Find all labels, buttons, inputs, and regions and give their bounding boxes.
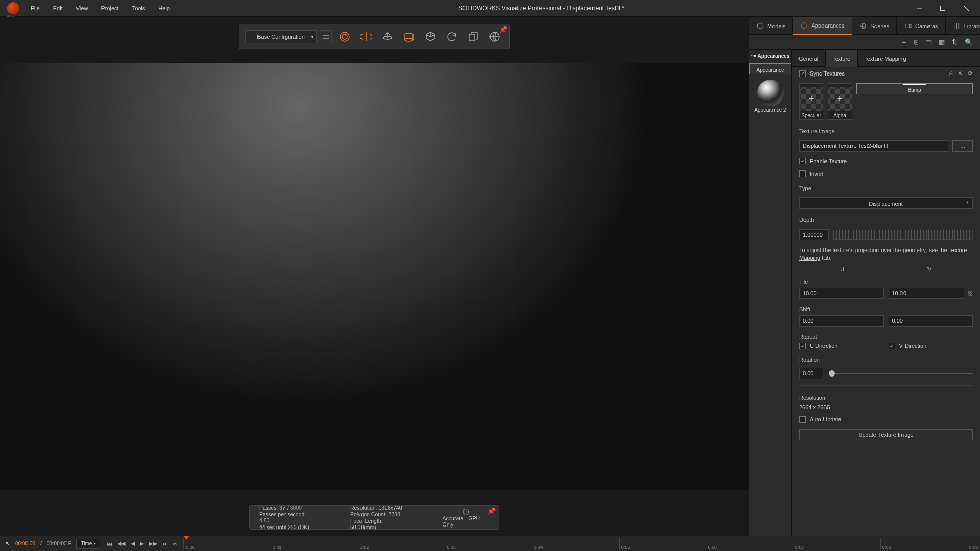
playback-controls: ⏮ ◀◀ ◀ ▶ ▶▶ ⏭ ∞	[106, 539, 178, 548]
svg-point-7	[802, 22, 807, 28]
first-frame-button[interactable]: ⏮	[106, 540, 113, 548]
reload-button[interactable]	[443, 28, 460, 45]
configuration-select[interactable]: Base Configuration	[245, 30, 317, 43]
delete-icon[interactable]: ✕	[958, 70, 963, 77]
svg-rect-0	[941, 6, 945, 11]
sync-textures-label: Sync Textures	[810, 70, 845, 77]
menu-project[interactable]: Project	[96, 3, 123, 13]
menu-edit[interactable]: Edit	[48, 3, 68, 13]
add-icon[interactable]: ＋	[900, 38, 907, 47]
prev-keyframe-button[interactable]: ◀◀	[116, 539, 126, 548]
checker-icon: +	[828, 87, 852, 111]
prev-frame-button[interactable]: ◀	[130, 539, 136, 548]
stereo-icon[interactable]: (|)	[463, 507, 469, 515]
loop-button[interactable]: ∞	[172, 540, 178, 548]
pin-icon[interactable]: 📌	[499, 26, 507, 33]
rotation-slider[interactable]	[829, 373, 973, 374]
tab-cameras[interactable]: Cameras	[897, 17, 946, 35]
thumbs-icon[interactable]: ▦	[939, 38, 945, 46]
appearance-list: ··▾ Appearances Appearance Appearance 2	[749, 50, 792, 536]
uv-headers: UV	[792, 265, 980, 273]
property-panel: General Texture Texture Mapping Sync Tex…	[792, 50, 980, 536]
tab-libraries[interactable]: Libraries	[946, 17, 980, 35]
minimize-button[interactable]	[908, 0, 931, 16]
rotation-field[interactable]	[799, 368, 823, 379]
time-mode-select[interactable]: Time	[76, 539, 101, 549]
refresh-icon[interactable]: ⟳	[968, 70, 973, 77]
menu-tools[interactable]: Tools	[127, 3, 150, 13]
last-frame-button[interactable]: ⏭	[161, 540, 169, 548]
stats-pps: Passes per second: 4.80	[259, 511, 315, 523]
subtab-mapping[interactable]: Texture Mapping	[858, 50, 913, 67]
sort-icon[interactable]: ⇅	[952, 38, 958, 46]
main-menu: File Edit View Project Tools Help	[25, 3, 175, 13]
texture-slot-alpha[interactable]: + Alpha	[828, 83, 852, 120]
compare-button[interactable]	[357, 28, 375, 45]
timeline-track[interactable]: 0:000:010:020:030:040:050:060:070:080:09	[183, 538, 975, 550]
shift-u-field[interactable]	[799, 315, 884, 327]
repeat-v-checkbox[interactable]	[889, 343, 895, 349]
render-canvas[interactable]	[0, 63, 749, 490]
update-texture-button[interactable]: Update Texture Image	[799, 429, 973, 440]
link-icon[interactable]: ⛓	[967, 290, 973, 296]
texture-slot-bump[interactable]: Bump	[856, 83, 973, 94]
invert-checkbox[interactable]	[799, 170, 806, 177]
texture-image-label: Texture Image	[792, 123, 980, 137]
sphere-icon	[757, 66, 784, 66]
pin-icon[interactable]: 📌	[487, 507, 496, 515]
export-icon[interactable]: ⎘	[949, 70, 952, 77]
object-button[interactable]	[422, 28, 439, 45]
cursor-icon[interactable]: ↖	[5, 540, 10, 547]
stats-eta: 44 sec until 250 (OK)	[259, 524, 315, 530]
texture-slot-specular[interactable]: + Specular	[799, 83, 823, 120]
menu-file[interactable]: File	[25, 3, 45, 13]
timeline-tick: 0:04	[532, 538, 543, 550]
decal-button[interactable]	[379, 28, 396, 45]
browse-button[interactable]: ...	[952, 140, 973, 152]
copy-button[interactable]	[465, 28, 482, 45]
enable-texture-checkbox[interactable]	[799, 158, 806, 164]
appearance-item-2[interactable]: Appearance 2	[753, 78, 788, 114]
sync-textures-checkbox[interactable]	[799, 70, 806, 77]
time-current: 00:00:00	[15, 541, 35, 546]
shift-v-field[interactable]	[889, 315, 973, 327]
subtabs: General Texture Texture Mapping	[792, 50, 980, 67]
play-button[interactable]: ▶	[139, 539, 145, 548]
subtab-general[interactable]: General	[792, 50, 826, 67]
depth-slider[interactable]	[833, 230, 973, 240]
texture-button[interactable]	[400, 28, 418, 45]
tile-v-field[interactable]	[889, 288, 965, 299]
resolution-label: Resolution	[792, 390, 980, 404]
timeline-tick: 0:06	[706, 538, 717, 550]
search-icon[interactable]: 🔍	[965, 38, 973, 46]
maximize-button[interactable]	[931, 0, 955, 16]
render-mode-button[interactable]	[336, 28, 353, 45]
appearance-item-1[interactable]: Appearance	[749, 63, 791, 74]
timeline-tick: 0:01	[271, 538, 282, 550]
checker-icon: +	[800, 87, 823, 111]
timeline-tick: 0:02	[358, 538, 369, 550]
subtab-texture[interactable]: Texture	[826, 50, 858, 67]
tab-scenes[interactable]: Scenes	[852, 17, 897, 35]
timeline-tick: 0:07	[793, 538, 804, 550]
auto-update-checkbox[interactable]	[799, 416, 806, 423]
tab-models[interactable]: Models	[749, 17, 793, 35]
grid-icon[interactable]: ▤	[925, 38, 932, 46]
close-button[interactable]	[955, 0, 978, 16]
configuration-list-button[interactable]	[321, 30, 332, 43]
texture-image-field[interactable]	[799, 140, 948, 152]
timeline-tick: 0:08	[880, 538, 891, 550]
import-icon[interactable]: ⎘	[914, 38, 918, 46]
depth-field[interactable]	[799, 229, 829, 240]
menu-help[interactable]: Help	[153, 3, 175, 13]
invert-label: Invert	[810, 171, 824, 177]
next-frame-button[interactable]: ▶▶	[148, 539, 158, 548]
tab-appearances[interactable]: Appearances	[793, 17, 852, 35]
type-select[interactable]: Displacement	[799, 197, 973, 209]
appearance-label: Appearance	[757, 67, 784, 73]
menu-view[interactable]: View	[71, 3, 93, 13]
repeat-u-checkbox[interactable]	[799, 343, 806, 349]
appearance-label: Appearance 2	[754, 107, 786, 113]
tile-u-field[interactable]	[799, 288, 884, 299]
viewport[interactable]: 📌 Base Configuration 📌 Passes: 37 / 3000	[0, 17, 749, 536]
